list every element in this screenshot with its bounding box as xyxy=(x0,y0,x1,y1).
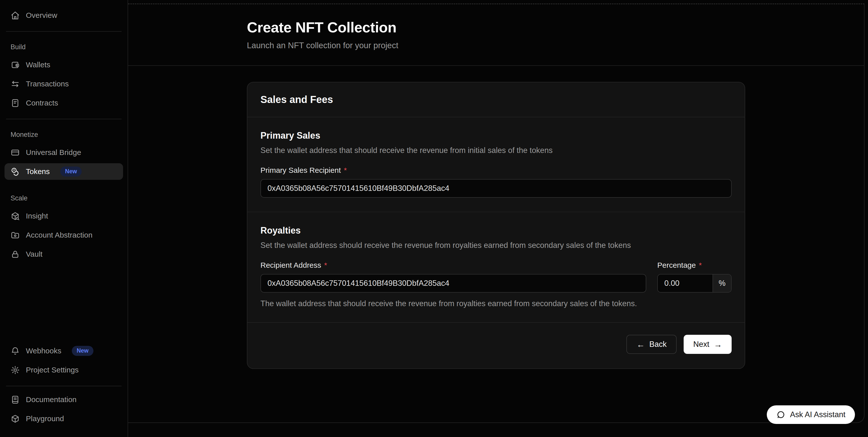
percentage-input[interactable] xyxy=(658,275,713,292)
insight-icon xyxy=(10,212,20,221)
primary-sales-section: Primary Sales Set the wallet address tha… xyxy=(247,117,745,212)
sidebar-item-label: Universal Bridge xyxy=(26,148,81,157)
sidebar-item-overview[interactable]: Overview xyxy=(4,7,123,24)
sidebar-item-universal-bridge[interactable]: Universal Bridge xyxy=(4,144,123,161)
next-button[interactable]: Next → xyxy=(684,335,732,354)
wallet-icon xyxy=(10,60,20,69)
recipient-address-input[interactable] xyxy=(260,274,646,292)
sidebar-divider xyxy=(6,119,122,119)
card-title: Sales and Fees xyxy=(260,94,732,105)
recipient-address-field: Recipient Address * The wallet address t… xyxy=(260,261,646,308)
bell-icon xyxy=(10,346,20,355)
sidebar: Overview Build Wallets Transactions Cont… xyxy=(0,0,128,437)
sidebar-section-build: Build xyxy=(4,43,123,51)
sidebar-item-vault[interactable]: Vault xyxy=(4,246,123,262)
sidebar-item-label: Insight xyxy=(26,212,48,220)
sidebar-divider xyxy=(6,386,122,386)
sidebar-item-account-abstraction[interactable]: Account Abstraction xyxy=(4,227,123,243)
new-badge: New xyxy=(72,346,93,356)
primary-sales-recipient-input[interactable] xyxy=(260,179,732,198)
card-header: Sales and Fees xyxy=(247,82,745,117)
arrow-right-icon: → xyxy=(714,340,722,349)
sidebar-section-monetize: Monetize xyxy=(4,131,123,138)
sidebar-item-playground[interactable]: Playground xyxy=(4,410,123,427)
sidebar-item-label: Vault xyxy=(26,250,42,258)
sidebar-spacer xyxy=(4,265,123,343)
sidebar-item-label: Playground xyxy=(26,414,64,423)
bridge-card-icon xyxy=(10,148,20,157)
sales-and-fees-card: Sales and Fees Primary Sales Set the wal… xyxy=(247,82,745,369)
card-footer: ← Back Next → xyxy=(247,322,745,369)
sidebar-item-tokens[interactable]: Tokens New xyxy=(4,163,123,180)
gear-icon xyxy=(10,366,20,375)
required-asterisk: * xyxy=(324,261,327,270)
primary-sales-title: Primary Sales xyxy=(260,130,732,141)
sidebar-item-documentation[interactable]: Documentation xyxy=(4,391,123,408)
folder-coin-icon xyxy=(10,230,20,240)
primary-sales-description: Set the wallet address that should recei… xyxy=(260,146,732,155)
ask-ai-assistant-label: Ask AI Assistant xyxy=(790,410,845,419)
new-badge: New xyxy=(60,166,82,177)
arrow-left-icon: ← xyxy=(637,340,645,349)
lock-icon xyxy=(10,250,20,259)
page-content: Sales and Fees Primary Sales Set the wal… xyxy=(128,66,864,423)
coins-icon xyxy=(10,167,20,176)
primary-sales-recipient-label: Primary Sales Recipient * xyxy=(260,166,732,175)
required-asterisk: * xyxy=(699,261,702,270)
page-title: Create NFT Collection xyxy=(247,19,745,36)
sidebar-item-insight[interactable]: Insight xyxy=(4,208,123,224)
sidebar-item-label: Documentation xyxy=(26,395,76,404)
back-button[interactable]: ← Back xyxy=(626,335,677,354)
cube-icon xyxy=(10,414,20,424)
sidebar-section-scale: Scale xyxy=(4,194,123,202)
field-label-text: Primary Sales Recipient xyxy=(260,166,341,175)
next-button-label: Next xyxy=(693,340,709,349)
docs-icon xyxy=(10,395,20,404)
sidebar-item-label: Account Abstraction xyxy=(26,231,92,239)
royalties-section: Royalties Set the wallet address should … xyxy=(247,212,745,322)
sidebar-item-label: Project Settings xyxy=(26,366,79,374)
percent-suffix: % xyxy=(713,275,731,292)
percentage-field: Percentage * % xyxy=(657,261,732,292)
sidebar-item-transactions[interactable]: Transactions xyxy=(4,75,123,92)
recipient-address-help: The wallet address that should receive t… xyxy=(260,299,646,308)
app-root: Overview Build Wallets Transactions Cont… xyxy=(0,0,868,437)
sidebar-divider xyxy=(6,31,122,32)
sidebar-item-webhooks[interactable]: Webhooks New xyxy=(4,343,123,359)
sidebar-item-project-settings[interactable]: Project Settings xyxy=(4,362,123,378)
sidebar-item-wallets[interactable]: Wallets xyxy=(4,57,123,73)
field-label-text: Percentage xyxy=(657,261,696,270)
sidebar-item-label: Overview xyxy=(26,11,57,20)
percentage-label: Percentage * xyxy=(657,261,732,270)
royalties-description: Set the wallet address should receive th… xyxy=(260,241,732,250)
sidebar-item-label: Tokens xyxy=(26,167,50,176)
sidebar-item-label: Transactions xyxy=(26,80,69,88)
sidebar-item-label: Wallets xyxy=(26,61,50,69)
contract-icon xyxy=(10,98,20,108)
sidebar-item-label: Contracts xyxy=(26,99,58,107)
transactions-icon xyxy=(10,80,20,89)
recipient-address-label: Recipient Address * xyxy=(260,261,646,270)
field-label-text: Recipient Address xyxy=(260,261,321,270)
percentage-input-group: % xyxy=(657,274,732,292)
royalties-field-row: Recipient Address * The wallet address t… xyxy=(260,261,732,308)
main-panel: Create NFT Collection Launch an NFT coll… xyxy=(128,3,865,423)
royalties-title: Royalties xyxy=(260,225,732,236)
sidebar-item-contracts[interactable]: Contracts xyxy=(4,95,123,111)
page-header: Create NFT Collection Launch an NFT coll… xyxy=(128,4,864,66)
chat-bubble-icon xyxy=(776,410,785,419)
ask-ai-assistant-button[interactable]: Ask AI Assistant xyxy=(767,405,855,424)
home-icon xyxy=(10,11,20,20)
page-subtitle: Launch an NFT collection for your projec… xyxy=(247,41,745,50)
back-button-label: Back xyxy=(649,340,666,349)
required-asterisk: * xyxy=(344,166,347,175)
sidebar-item-label: Webhooks xyxy=(26,347,61,355)
